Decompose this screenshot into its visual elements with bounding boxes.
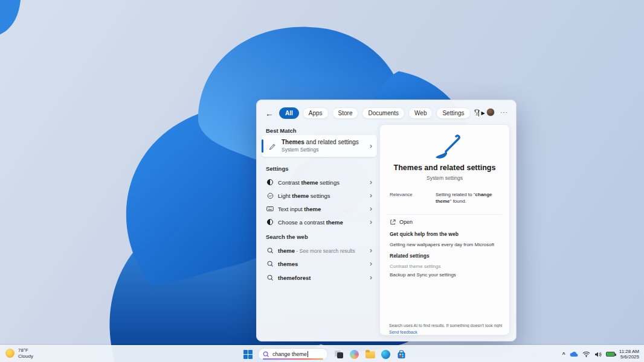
related-link-contrast[interactable]: Contrast theme settings — [390, 264, 440, 269]
chevron-right-icon: › — [370, 273, 372, 282]
detail-subtitle: System settings — [380, 175, 509, 181]
search-input-text[interactable]: change theme — [272, 351, 307, 357]
web-result-themeforest[interactable]: themeforest › — [262, 272, 377, 284]
card-divider — [387, 214, 502, 215]
web-result-themes[interactable]: themes › — [262, 258, 377, 270]
detail-title: Themes and related settings — [380, 164, 509, 172]
edge-icon — [381, 350, 390, 359]
ai-disclaimer-text: Search uses AI to find results. If somet… — [389, 323, 502, 328]
help-section-header: Get quick help from the web — [390, 231, 459, 237]
battery-icon[interactable] — [606, 352, 615, 357]
web-section-header: Search the web — [266, 233, 308, 240]
best-match-header: Best Match — [266, 127, 297, 134]
contrast-icon — [266, 219, 274, 225]
tab-apps[interactable]: Apps — [303, 107, 329, 119]
best-match-title: Themes and related settings — [282, 139, 359, 146]
taskbar-center: change theme — [243, 346, 407, 362]
search-filter-tabs: ← All Apps Store Documents Web Settings … — [265, 107, 509, 119]
help-link[interactable]: Getting new wallpapers every day from Mi… — [390, 242, 494, 247]
open-action[interactable]: Open — [390, 219, 413, 225]
text-cursor — [308, 351, 308, 357]
result-choose-contrast-theme[interactable]: Choose a contrast theme › — [262, 216, 377, 228]
chevron-right-icon: › — [370, 259, 372, 268]
pencil-icon — [268, 142, 276, 150]
search-icon — [263, 351, 269, 358]
contrast-icon — [266, 179, 274, 185]
relevance-label: Relevance — [390, 192, 413, 197]
result-detail-card: Themes and related settings System setti… — [379, 124, 510, 335]
search-icon — [266, 247, 274, 254]
folder-icon — [365, 351, 375, 358]
best-match-subtitle: System Settings — [282, 146, 359, 153]
search-icon — [266, 261, 274, 267]
tray-expand-icon[interactable]: ^ — [562, 351, 565, 357]
tab-all[interactable]: All — [279, 107, 299, 119]
settings-section-header: Settings — [266, 165, 288, 172]
sun-icon — [5, 349, 14, 358]
tab-settings[interactable]: Settings — [436, 107, 470, 119]
weather-temp: 78°F — [18, 348, 33, 354]
result-contrast-theme-settings[interactable]: Contrast theme settings › — [262, 176, 377, 188]
best-match-result[interactable]: Themes and related settings System Setti… — [262, 135, 377, 157]
taskbar-search-box[interactable]: change theme — [258, 348, 328, 360]
related-link-backup[interactable]: Backup and Sync your settings — [390, 272, 456, 278]
tab-store[interactable]: Store — [332, 107, 359, 119]
weather-widget[interactable]: 78°F Cloudy — [5, 348, 33, 359]
more-options-icon[interactable]: ··· — [500, 109, 508, 116]
back-arrow-icon[interactable]: ← — [265, 109, 274, 118]
panel-header-icons: ··· — [473, 108, 508, 116]
open-external-icon — [390, 219, 396, 225]
edge-browser-button[interactable] — [381, 349, 391, 360]
chevron-right-icon: › — [370, 246, 372, 255]
task-view-button[interactable] — [333, 349, 344, 360]
chevron-right-icon: › — [370, 142, 372, 150]
paintbrush-icon — [430, 133, 461, 161]
tab-web[interactable]: Web — [408, 107, 433, 119]
result-light-theme-settings[interactable]: Light theme settings › — [262, 189, 377, 202]
copilot-button[interactable] — [349, 349, 359, 360]
tray-time: 11:28 AM — [619, 349, 639, 355]
search-flyout-panel: ← All Apps Store Documents Web Settings … — [256, 100, 517, 341]
store-icon — [397, 350, 406, 359]
copilot-icon — [350, 350, 359, 359]
send-feedback-link[interactable]: Send feedback — [389, 330, 417, 334]
onedrive-cloud-icon[interactable] — [570, 351, 578, 357]
start-button[interactable] — [243, 350, 253, 359]
result-text-input-theme[interactable]: Text input theme › — [262, 203, 377, 215]
relevance-value: Setting related to "change theme" found. — [436, 191, 504, 205]
chevron-right-icon: › — [370, 205, 372, 213]
tray-clock[interactable]: 11:28 AM 5/6/2025 — [619, 349, 639, 360]
weather-condition: Cloudy — [18, 354, 33, 360]
chevron-right-icon: › — [370, 178, 372, 186]
volume-icon[interactable] — [594, 351, 602, 358]
microsoft-store-button[interactable] — [396, 349, 407, 360]
tab-documents[interactable]: Documents — [362, 107, 405, 119]
search-icon — [266, 275, 274, 281]
keyboard-icon — [266, 206, 274, 212]
wifi-icon[interactable] — [582, 351, 590, 357]
taskbar: 78°F Cloudy change theme — [0, 345, 644, 362]
user-avatar[interactable] — [486, 108, 495, 116]
chevron-right-icon: › — [370, 218, 372, 226]
light-theme-icon — [266, 192, 274, 199]
rewards-trophy-icon[interactable] — [473, 109, 481, 116]
web-result-theme[interactable]: theme - See more search results › — [262, 244, 377, 256]
system-tray: ^ 11:28 AM 5/6/2025 — [562, 346, 639, 362]
file-explorer-button[interactable] — [365, 349, 375, 360]
chevron-right-icon: › — [370, 191, 372, 200]
related-settings-header: Related settings — [390, 253, 430, 259]
tray-date: 5/6/2025 — [619, 354, 639, 360]
